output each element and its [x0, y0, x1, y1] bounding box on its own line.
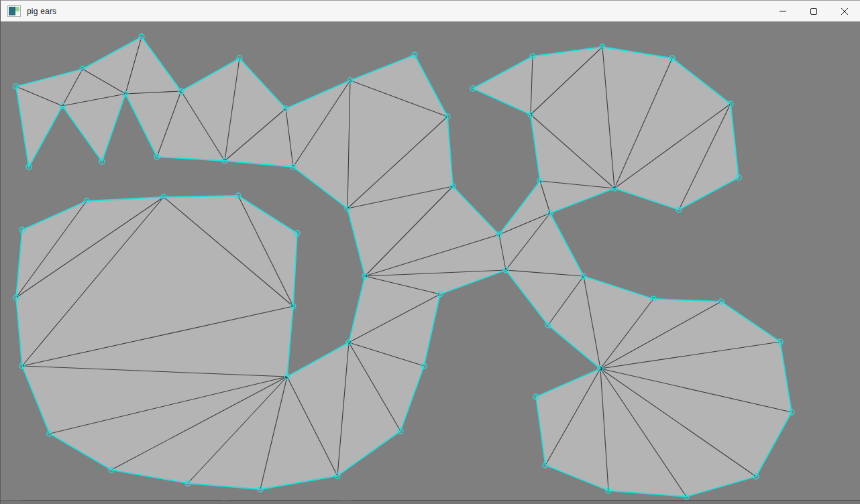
app-icon-pane: [9, 7, 15, 15]
taskbar-strip: [1, 500, 860, 504]
app-window: pig ears: [0, 0, 860, 504]
window-title: pig ears: [27, 7, 56, 16]
maximize-icon: [810, 7, 818, 15]
title-bar: pig ears: [1, 1, 860, 21]
taskbar-segment: [21, 500, 222, 501]
triangulation-svg: [1, 21, 860, 504]
minimize-icon: [779, 7, 787, 15]
app-icon: [7, 5, 21, 17]
window-controls: [767, 1, 860, 21]
taskbar-segment: [227, 500, 339, 501]
maximize-button[interactable]: [798, 1, 829, 21]
app-icon-pane: [15, 7, 19, 15]
close-button[interactable]: [829, 1, 860, 21]
drawing-canvas[interactable]: [1, 21, 860, 504]
taskbar-segment: [352, 500, 860, 501]
minimize-button[interactable]: [767, 1, 798, 21]
close-icon: [841, 7, 849, 15]
polygon-fill: [16, 37, 792, 497]
